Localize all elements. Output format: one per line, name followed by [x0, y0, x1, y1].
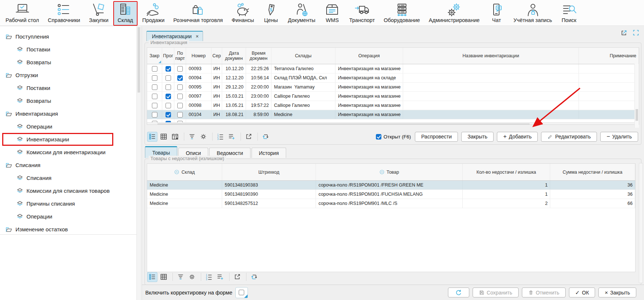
sidebar-item-списания[interactable]: Списания: [0, 171, 136, 184]
details-column-header[interactable]: Кол-во недостачи / излишка: [463, 164, 550, 180]
unpost-button[interactable]: Распровести: [415, 132, 458, 142]
details-column-header[interactable]: Штрихкод: [222, 164, 316, 180]
sidebar-scrollbar[interactable]: [136, 26, 141, 300]
nav-item-account[interactable]: Учётная запись: [509, 1, 556, 26]
nav-item-references[interactable]: Справочники: [44, 1, 84, 26]
nav-item-transport[interactable]: Транспорт: [345, 1, 379, 26]
inventory-column-header[interactable]: Закр: [147, 48, 162, 64]
sidebar-item-операции[interactable]: Операции: [0, 120, 136, 133]
ok-button[interactable]: ✓ ОК: [569, 288, 595, 297]
open-in-window-button[interactable]: [619, 29, 628, 37]
details-row[interactable]: Medicine5901348190383сорочка-поло /RS19P…: [147, 181, 635, 190]
inventory-column-header[interactable]: Номер: [186, 48, 211, 64]
row-checkbox[interactable]: [166, 84, 171, 90]
details-row[interactable]: Medicine5901348257512сорочка-поло /RS19P…: [147, 199, 635, 208]
inventory-column-header[interactable]: Примечание: [579, 48, 639, 64]
numbered-list-button[interactable]: [204, 272, 214, 282]
filter-button[interactable]: [187, 132, 197, 142]
sidebar-item-инвентаризация[interactable]: Инвентаризация: [0, 107, 136, 120]
fullscreen-button[interactable]: [631, 29, 640, 37]
reload-button[interactable]: [249, 272, 259, 282]
inventory-column-header[interactable]: Дата докумен: [222, 48, 246, 64]
add-row-button[interactable]: [227, 132, 237, 142]
row-checkbox[interactable]: [152, 75, 157, 81]
delete-button[interactable]: − Удалить: [600, 132, 638, 142]
sidebar-item-поставки[interactable]: Поставки: [0, 43, 136, 56]
nav-item-warehouse[interactable]: Склад: [113, 1, 138, 26]
inventory-column-header[interactable]: Название инвентаризации: [403, 48, 579, 64]
edit-button[interactable]: Редактировать: [541, 132, 597, 142]
checkbox[interactable]: [239, 290, 244, 295]
settings-button[interactable]: [187, 272, 197, 282]
checkbox[interactable]: [376, 134, 381, 140]
row-checkbox[interactable]: [166, 94, 171, 99]
nav-item-wms[interactable]: WMS: [320, 1, 344, 26]
nav-item-chat[interactable]: Чат: [484, 1, 509, 26]
nav-item-sales[interactable]: Продажи: [138, 1, 169, 26]
open-in-window-button[interactable]: [243, 132, 254, 142]
sidebar-item-операции[interactable]: Операции: [0, 210, 136, 223]
tab-history[interactable]: История: [252, 148, 286, 158]
inventory-horizontal-scrollbar[interactable]: [147, 122, 639, 125]
nav-item-documents[interactable]: Документы: [284, 1, 320, 26]
nav-item-prices[interactable]: $ Цены: [259, 1, 283, 26]
tab-close-icon[interactable]: ×: [196, 33, 199, 39]
cancel-button[interactable]: Отменить: [522, 288, 566, 297]
row-checkbox[interactable]: [152, 103, 157, 108]
inventory-vertical-scrollbar-thumb[interactable]: [636, 109, 638, 121]
row-checkbox[interactable]: [177, 75, 183, 81]
inventory-vertical-scrollbar[interactable]: [634, 64, 639, 128]
inventory-row-partial[interactable]: [147, 119, 639, 122]
row-checkbox[interactable]: [177, 94, 183, 99]
details-vertical-scrollbar[interactable]: [639, 163, 643, 283]
row-checkbox[interactable]: [166, 112, 171, 118]
settings-button[interactable]: [198, 132, 209, 142]
row-checkbox[interactable]: [177, 84, 183, 90]
sidebar-item-поступления[interactable]: Поступления: [0, 30, 136, 43]
sidebar-item-инвентаризации[interactable]: Инвентаризации: [0, 133, 136, 146]
details-column-header[interactable]: Склад: [147, 164, 222, 180]
row-checkbox[interactable]: [166, 66, 171, 72]
inventory-row[interactable]: 00104ИН18.08.218:59:00MedicineИнвентариз…: [147, 110, 639, 119]
row-checkbox[interactable]: [177, 103, 183, 108]
add-row-button[interactable]: [215, 272, 225, 282]
row-checkbox[interactable]: [177, 112, 183, 118]
numbered-list-button[interactable]: [215, 132, 225, 142]
inventory-column-header[interactable]: Сер: [211, 48, 222, 64]
details-column-header[interactable]: Товар: [316, 164, 463, 180]
adjustment-checkbox-button[interactable]: [235, 287, 248, 298]
close-document-button[interactable]: Закрыть: [461, 132, 494, 142]
row-checkbox[interactable]: [152, 112, 157, 118]
sidebar-item-поставки[interactable]: Поставки: [0, 82, 136, 94]
row-checkbox[interactable]: [166, 75, 171, 81]
refresh-button[interactable]: [448, 288, 469, 297]
row-checkbox[interactable]: [152, 94, 157, 99]
sidebar-item-отгрузки[interactable]: Отгрузки: [0, 69, 136, 82]
open-filter-checkbox[interactable]: Открыт (F6): [376, 134, 411, 140]
details-row[interactable]: Medicine5901348190390сорочка-поло /RS19P…: [147, 190, 635, 199]
nav-item-finance[interactable]: Финансы: [228, 1, 258, 26]
inventory-column-header[interactable]: Время докумен: [246, 48, 271, 64]
row-checkbox[interactable]: [152, 84, 157, 90]
reload-button[interactable]: [260, 132, 271, 142]
inventory-horizontal-scrollbar-thumb[interactable]: [157, 123, 530, 125]
filter-button[interactable]: [175, 272, 186, 282]
sidebar-item-списания[interactable]: Списания: [0, 159, 136, 171]
inventory-column-header[interactable]: Склады: [271, 48, 335, 64]
calendar-grid-button[interactable]: [170, 132, 180, 142]
list-view-button[interactable]: [147, 132, 157, 142]
nav-item-purchases[interactable]: Закупки: [85, 1, 113, 26]
table-grid-button[interactable]: [159, 272, 169, 282]
inventory-row[interactable]: 00095ИН29.12.2022:00:00Магазин YamamayИн…: [147, 83, 639, 92]
sidebar-item-комиссии-для-инвентаризации[interactable]: Комиссии для инвентаризации: [0, 146, 136, 159]
row-checkbox[interactable]: [166, 103, 171, 108]
inventory-column-header[interactable]: По парт: [174, 48, 186, 64]
sidebar-scrollbar-thumb[interactable]: [138, 27, 140, 93]
row-checkbox[interactable]: [152, 66, 157, 72]
details-column-header[interactable]: Сумма недостачи / излишка: [550, 164, 635, 180]
sidebar-item-причины-списания[interactable]: Причины списания: [0, 197, 136, 210]
list-view-button[interactable]: [147, 272, 157, 282]
open-in-window-button[interactable]: [232, 272, 242, 282]
add-button[interactable]: + Добавить: [497, 132, 538, 142]
nav-item-retail[interactable]: Розничная торговля: [169, 1, 227, 26]
